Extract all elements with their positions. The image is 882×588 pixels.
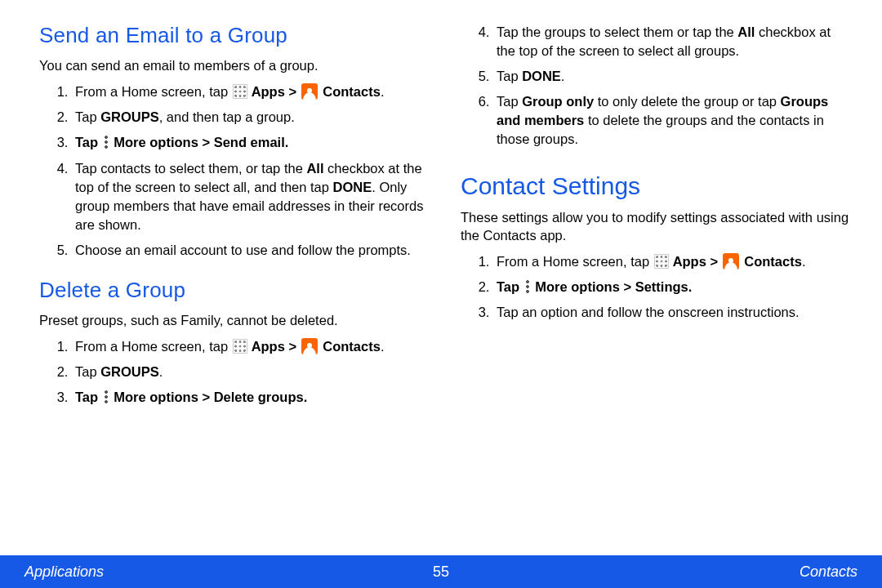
contacts-icon xyxy=(723,253,739,270)
footer-right: Contacts xyxy=(694,564,858,581)
apps-grid-icon xyxy=(654,254,669,269)
step: Tap the groups to select them or tap the… xyxy=(493,23,849,60)
text: Tap xyxy=(75,109,100,124)
text: Tap the groups to select them or tap the xyxy=(497,24,737,39)
step: Tap More options > Settings. xyxy=(493,278,849,296)
text: From a Home screen, tap xyxy=(497,254,653,269)
footer-page-number: 55 xyxy=(433,564,449,581)
text: All xyxy=(306,161,323,176)
text: Tap xyxy=(497,94,522,109)
apps-grid-icon xyxy=(233,84,247,99)
steps-delete-group-continued: Tap the groups to select them or tap the… xyxy=(461,23,849,149)
heading-delete-group: Delete a Group xyxy=(39,278,428,303)
text: , and then tap a group. xyxy=(159,109,295,124)
heading-contact-settings: Contact Settings xyxy=(461,172,849,200)
text: Tap xyxy=(497,279,523,294)
text: From a Home screen, tap xyxy=(75,84,232,99)
text: All xyxy=(737,24,755,39)
left-column: Send an Email to a Group You can send an… xyxy=(39,23,428,555)
step: From a Home screen, tap Apps > Contacts. xyxy=(493,252,849,271)
right-column: Tap the groups to select them or tap the… xyxy=(461,23,849,555)
step: Tap DONE. xyxy=(493,67,849,86)
heading-send-email-group: Send an Email to a Group xyxy=(39,23,428,48)
text: Apps > xyxy=(248,339,301,354)
steps-delete-group: From a Home screen, tap Apps > Contacts.… xyxy=(39,337,428,407)
step: Tap GROUPS, and then tap a group. xyxy=(72,108,428,127)
text: to only delete the group or tap xyxy=(594,94,780,109)
more-options-icon xyxy=(524,280,531,293)
text: Apps > xyxy=(670,254,722,269)
more-options-icon xyxy=(103,136,109,149)
contacts-icon xyxy=(301,83,318,100)
text: From a Home screen, tap xyxy=(75,339,232,354)
text: Tap contacts to select them, or tap the xyxy=(75,161,306,176)
step: Tap contacts to select them, or tap the … xyxy=(72,159,428,234)
manual-page: Send an Email to a Group You can send an… xyxy=(0,0,882,588)
text: DONE xyxy=(333,180,372,194)
text: Tap xyxy=(75,390,102,404)
text: Contacts xyxy=(741,254,802,269)
text: GROUPS xyxy=(100,364,159,379)
step: From a Home screen, tap Apps > Contacts. xyxy=(72,337,428,356)
apps-grid-icon xyxy=(233,339,247,354)
text: Contacts xyxy=(319,339,381,354)
text: Group only xyxy=(522,94,594,109)
contacts-icon xyxy=(301,338,318,354)
text: Tap an option and follow the onscreen in… xyxy=(497,305,800,319)
text: Tap xyxy=(75,364,100,379)
step: Tap an option and follow the onscreen in… xyxy=(493,303,849,322)
two-column-body: Send an Email to a Group You can send an… xyxy=(39,23,849,555)
text: More options > Delete groups xyxy=(110,390,304,404)
text: Tap xyxy=(497,69,522,83)
step: Tap GROUPS. xyxy=(72,363,428,381)
intro-delete-group: Preset groups, such as Family, cannot be… xyxy=(39,311,428,329)
text: Contacts xyxy=(319,84,381,99)
step: From a Home screen, tap Apps > Contacts. xyxy=(72,82,428,101)
text: Choose an email account to use and follo… xyxy=(75,243,411,257)
text: More options > Send email xyxy=(110,135,285,149)
page-footer: Applications 55 Contacts xyxy=(0,555,882,588)
intro-send-email-group: You can send an email to members of a gr… xyxy=(39,56,428,74)
footer-left: Applications xyxy=(24,564,188,581)
steps-contact-settings: From a Home screen, tap Apps > Contacts.… xyxy=(461,252,849,322)
step: Tap More options > Delete groups. xyxy=(72,388,428,407)
intro-contact-settings: These settings allow you to modify setti… xyxy=(461,208,849,245)
text: More options > Settings xyxy=(532,279,688,294)
text: Tap xyxy=(75,135,102,149)
text: Apps > xyxy=(248,84,301,99)
text: GROUPS xyxy=(100,109,159,124)
more-options-icon xyxy=(103,390,109,403)
step: Choose an email account to use and follo… xyxy=(72,241,428,260)
step: Tap Group only to only delete the group … xyxy=(493,92,849,149)
step: Tap More options > Send email. xyxy=(72,133,428,152)
steps-send-email-group: From a Home screen, tap Apps > Contacts.… xyxy=(39,82,428,260)
text: DONE xyxy=(522,69,561,83)
